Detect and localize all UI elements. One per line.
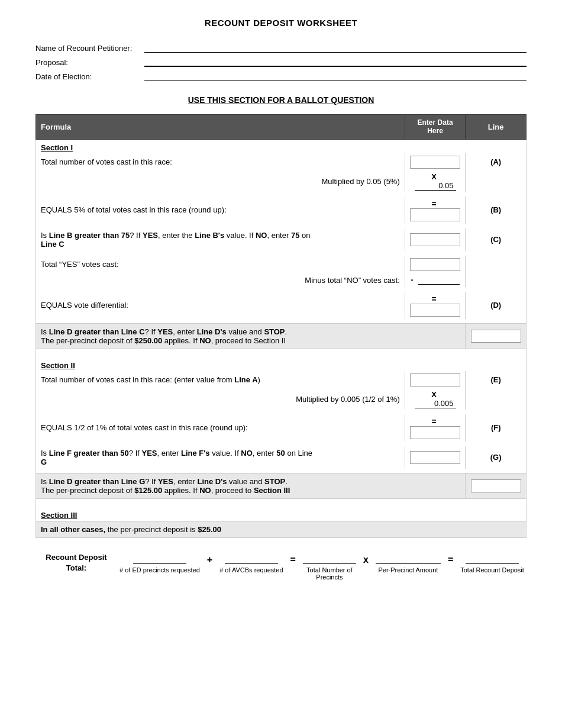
recount-deposit-section: Recount Deposit Total: # of ED precincts… [35, 552, 527, 581]
spacer10 [36, 499, 527, 507]
row-c: Is Line B greater than 75? If YES, enter… [36, 228, 527, 251]
row-b: EQUALS 5% of total votes cast in this ra… [36, 197, 527, 224]
col-formula-header: Formula [36, 115, 405, 140]
row-b-formula: EQUALS 5% of total votes cast in this ra… [36, 197, 405, 224]
row-e: Total number of votes cast in this race:… [36, 371, 527, 389]
row-no: Minus total “NO” votes cast: - [36, 273, 527, 287]
multiply-row-1: Multiplied by 0.05 (5%) X 0.05 [36, 171, 527, 192]
mult2-empty [466, 389, 527, 410]
section3-row: In all other cases, the per-precinct dep… [36, 521, 527, 537]
rd-equals2: = [448, 552, 453, 565]
section3-title-row: Section III [36, 507, 527, 521]
rd-avcb-label: # of AVCBs requested [219, 566, 283, 574]
no-input[interactable] [418, 275, 460, 285]
rd-ed-group: # of ED precincts requested [119, 552, 200, 574]
row-d-input[interactable] [410, 304, 460, 317]
table-header: Formula Enter Data Here Line [36, 115, 527, 140]
shaded1-formula: Is Line D greater than Line C? If YES, e… [36, 324, 466, 349]
row-f-formula: EQUALS 1/2 of 1% of total votes cast in … [36, 414, 405, 442]
rd-plus: + [207, 552, 212, 565]
spacer9 [36, 469, 527, 473]
spacer4 [36, 287, 527, 292]
petitioner-label: Name of Recount Petitioner: [35, 44, 142, 53]
mult1-label: Multiplied by 0.05 (5%) [36, 171, 405, 192]
row-d: EQUALS vote differential: = (D) [36, 292, 527, 319]
page-title: RECOUNT DEPOSIT WORKSHEET [35, 18, 527, 28]
shaded2-input[interactable] [471, 479, 521, 492]
rd-total-label: Total Number of Precincts [306, 566, 353, 581]
mult1-empty [466, 171, 527, 192]
rd-ed-line[interactable] [133, 552, 186, 564]
mult1-value: 0.05 [415, 181, 456, 191]
rd-total-line[interactable] [303, 552, 356, 564]
row-g-input-cell [405, 446, 466, 469]
yes-formula: Total “YES” votes cast: [36, 256, 405, 273]
rd-avcb-line[interactable] [225, 552, 278, 564]
row-g-input[interactable] [410, 451, 460, 464]
row-b-equals-cell: = [405, 197, 466, 224]
shaded2-formula: Is Line D greater than Line G? If YES, e… [36, 473, 466, 499]
section-header: USE THIS SECTION FOR A BALLOT QUESTION [35, 95, 527, 105]
shaded1-input[interactable] [471, 330, 521, 343]
row-d-formula: EQUALS vote differential: [36, 292, 405, 319]
row-f-input[interactable] [410, 426, 460, 439]
row-c-formula: Is Line B greater than 75? If YES, enter… [36, 228, 405, 251]
proposal-label: Proposal: [35, 58, 142, 67]
rd-total-group: Total Number of Precincts [303, 552, 356, 581]
row-b-input[interactable] [410, 208, 460, 221]
section1-title: Section I [36, 139, 527, 153]
spacer5 [36, 319, 527, 324]
row-c-input-cell [405, 228, 466, 251]
rd-avcb-group: # of AVCBs requested [219, 552, 283, 574]
rd-x: x [363, 552, 369, 565]
spacer1 [36, 192, 527, 197]
row-a-input[interactable] [410, 156, 460, 169]
section2-title-row: Section II [36, 357, 527, 371]
row-e-input[interactable] [410, 373, 460, 386]
spacer6 [36, 349, 527, 357]
row-a-input-cell [405, 153, 466, 171]
row-g-line: (G) [466, 446, 527, 469]
rd-total-recount-line[interactable] [466, 552, 519, 564]
row-e-formula: Total number of votes cast in this race:… [36, 371, 405, 389]
shaded-row-1: Is Line D greater than Line C? If YES, e… [36, 324, 527, 349]
section1-title-row: Section I [36, 139, 527, 153]
row-b-line: (B) [466, 197, 527, 224]
no-empty [466, 273, 527, 287]
mult1-val-cell: X 0.05 [405, 171, 466, 192]
rd-total-recount-group: Total Recount Deposit [460, 552, 524, 574]
row-f-equals-cell: = [405, 414, 466, 442]
mult2-value: 0.005 [415, 399, 456, 408]
col-line-header: Line [466, 115, 527, 140]
multiply-row-2: Multiplied by 0.005 (1/2 of 1%) X 0.005 [36, 389, 527, 410]
spacer2 [36, 224, 527, 228]
rd-per-precinct-line[interactable] [376, 552, 441, 564]
yes-empty [466, 256, 527, 273]
row-g: Is Line F greater than 50? If YES, enter… [36, 446, 527, 469]
shaded2-input-cell [466, 473, 527, 499]
spacer3 [36, 251, 527, 256]
shaded1-input-cell [466, 324, 527, 349]
row-a-line: (A) [466, 153, 527, 171]
row-f-line: (F) [466, 414, 527, 442]
row-g-formula: Is Line F greater than 50? If YES, enter… [36, 446, 405, 469]
no-formula: Minus total “NO” votes cast: [36, 273, 405, 287]
shaded-row-2: Is Line D greater than Line G? If YES, e… [36, 473, 527, 499]
row-a: Total number of votes cast in this race:… [36, 153, 527, 171]
section3-formula: In all other cases, the per-precinct dep… [36, 521, 527, 537]
row-a-formula: Total number of votes cast in this race: [36, 153, 405, 171]
spacer8 [36, 442, 527, 446]
rd-per-precinct-label: Per-Precinct Amount [378, 566, 438, 574]
row-c-input[interactable] [410, 233, 460, 246]
yes-input[interactable] [410, 258, 460, 271]
row-f: EQUALS 1/2 of 1% of total votes cast in … [36, 414, 527, 442]
rd-total-recount-label: Total Recount Deposit [460, 566, 524, 574]
spacer7 [36, 410, 527, 414]
yes-input-cell [405, 256, 466, 273]
mult2-val-cell: X 0.005 [405, 389, 466, 410]
rd-per-precinct-group: Per-Precinct Amount [376, 552, 441, 574]
main-table: Formula Enter Data Here Line Section I T… [35, 114, 527, 538]
rd-ed-label: # of ED precincts requested [119, 566, 200, 574]
row-e-input-cell [405, 371, 466, 389]
mult2-label: Multiplied by 0.005 (1/2 of 1%) [36, 389, 405, 410]
